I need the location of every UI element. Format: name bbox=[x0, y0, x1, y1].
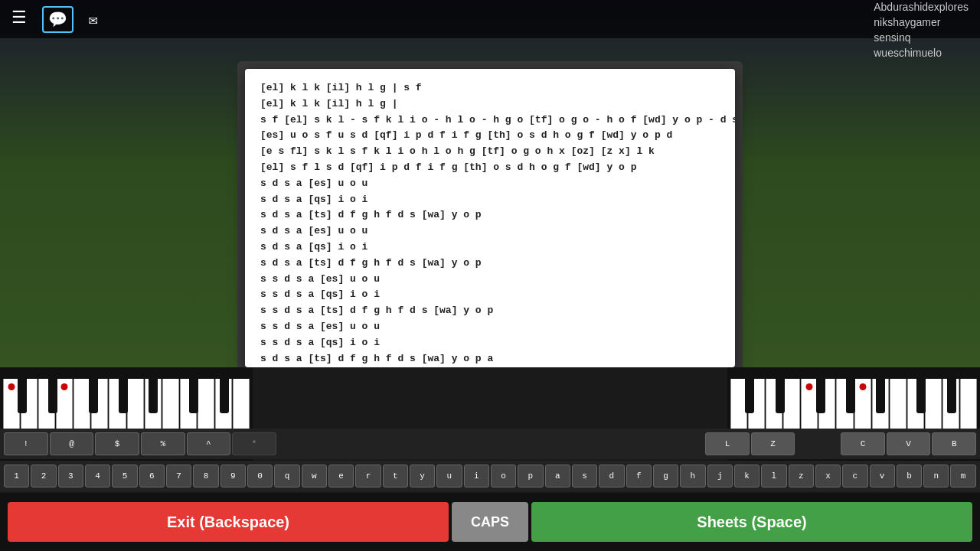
sheet-line: s d s a [es] u o u bbox=[260, 176, 720, 192]
topbar-right: wueschimuelo Abdurashidexplores nikshayg… bbox=[874, 0, 969, 38]
sheet-line: s d s a [ts] d f g h f d s [wa] y o p bbox=[260, 256, 720, 272]
sheet-line: [es] u o s f u s d [qf] i p d f i f g [t… bbox=[260, 128, 720, 144]
sheet-line: [el] k l k [il] h l g | bbox=[260, 96, 720, 112]
key-L[interactable]: L bbox=[705, 432, 750, 455]
key-B[interactable]: B bbox=[932, 432, 976, 455]
sheet-line: s s d s a [es] u o u bbox=[260, 272, 720, 288]
key-i[interactable]: i bbox=[464, 465, 489, 487]
key-m[interactable]: m bbox=[950, 465, 975, 487]
key-w[interactable]: w bbox=[302, 465, 327, 487]
key-f[interactable]: f bbox=[626, 465, 652, 487]
sheet-line: s s d s a [qs] i o i bbox=[260, 335, 720, 351]
sheet-line: [e s fl] s k l s f k l i o h l o h g [tf… bbox=[260, 144, 720, 160]
key-x[interactable]: x bbox=[815, 465, 841, 487]
sheets-button[interactable]: Sheets (Space) bbox=[531, 502, 972, 542]
key-h[interactable]: h bbox=[680, 465, 705, 487]
key-caret[interactable]: ^ bbox=[187, 432, 231, 455]
key-u[interactable]: u bbox=[436, 465, 462, 487]
sheet-line: [el] k l k [il] h l g | s f bbox=[260, 80, 720, 96]
key-o[interactable]: o bbox=[491, 465, 516, 487]
key-dollar[interactable]: $ bbox=[95, 432, 139, 455]
sheet-line: s f [el] s k l - s f k l i o - h l o - h… bbox=[260, 112, 720, 129]
key-6[interactable]: 6 bbox=[139, 465, 165, 487]
key-8[interactable]: 8 bbox=[193, 465, 218, 487]
action-buttons: Exit (Backspace) CAPS Sheets (Space) bbox=[0, 493, 980, 551]
topbar-left: ☰ 💬 ✉ bbox=[11, 6, 98, 33]
key-q[interactable]: q bbox=[274, 465, 299, 487]
sheet-line: [el] s f l s d [qf] i p d f i f g [th] o… bbox=[260, 160, 720, 176]
key-s[interactable]: s bbox=[572, 465, 597, 487]
caps-button[interactable]: CAPS bbox=[452, 502, 528, 542]
key-p[interactable]: p bbox=[518, 465, 543, 487]
key-at[interactable]: @ bbox=[50, 432, 94, 455]
key-3[interactable]: 3 bbox=[58, 465, 83, 487]
mail-icon[interactable]: ✉ bbox=[89, 10, 98, 29]
key-5[interactable]: 5 bbox=[112, 465, 137, 487]
key-r[interactable]: r bbox=[355, 465, 381, 487]
chat-icon[interactable]: 💬 bbox=[42, 6, 74, 33]
sheet-line: s d s a [qs] i o i bbox=[260, 192, 720, 208]
key-g[interactable]: g bbox=[653, 465, 678, 487]
key-j[interactable]: j bbox=[707, 465, 733, 487]
sheet-line: s s d s a [ts] d f g h f d s [wa] y o p bbox=[260, 303, 720, 319]
key-v[interactable]: v bbox=[870, 465, 895, 487]
key-e[interactable]: e bbox=[328, 465, 354, 487]
sheet-line: s s d s a [qs] i o i bbox=[260, 287, 720, 303]
key-asterisk[interactable]: * bbox=[232, 432, 276, 455]
hamburger-icon[interactable]: ☰ bbox=[11, 11, 27, 28]
key-C[interactable]: C bbox=[841, 432, 885, 455]
user-list-item[interactable]: nikshaygamer bbox=[874, 16, 969, 28]
key-t[interactable]: t bbox=[383, 465, 408, 487]
key-k[interactable]: k bbox=[734, 465, 760, 487]
key-V[interactable]: V bbox=[887, 432, 931, 455]
key-l[interactable]: l bbox=[761, 465, 786, 487]
key-2[interactable]: 2 bbox=[31, 465, 56, 487]
sheet-modal[interactable]: [el] k l k [il] h l g | s f[el] k l k [i… bbox=[245, 69, 735, 367]
key-Z[interactable]: Z bbox=[751, 432, 795, 455]
key-4[interactable]: 4 bbox=[85, 465, 110, 487]
key-9[interactable]: 9 bbox=[220, 465, 246, 487]
sheet-line: s d s a [ts] d f g h f d s [wa] y o p a bbox=[260, 351, 720, 367]
key-1[interactable]: 1 bbox=[4, 465, 29, 487]
key-a[interactable]: a bbox=[545, 465, 570, 487]
topbar: ☰ 💬 ✉ wueschimuelo Abdurashidexplores ni… bbox=[0, 0, 980, 38]
key-percent[interactable]: % bbox=[141, 432, 185, 455]
key-c[interactable]: c bbox=[842, 465, 867, 487]
sheet-line: s d s a [es] u o u bbox=[260, 223, 720, 240]
key-z[interactable]: z bbox=[789, 465, 814, 487]
key-exclaim[interactable]: ! bbox=[4, 432, 48, 455]
user-list-item[interactable]: Abdurashidexplores bbox=[874, 1, 969, 13]
exit-button[interactable]: Exit (Backspace) bbox=[8, 502, 449, 542]
key-0[interactable]: 0 bbox=[247, 465, 273, 487]
keyboard-area: ! @ $ % ^ * L Z C V B 1234567890qwertyui… bbox=[0, 367, 980, 551]
key-7[interactable]: 7 bbox=[166, 465, 191, 487]
sheet-line: s d s a [qs] i o i bbox=[260, 240, 720, 256]
key-d[interactable]: d bbox=[599, 465, 624, 487]
sheet-line: s s d s a [es] u o u bbox=[260, 319, 720, 335]
key-y[interactable]: y bbox=[410, 465, 435, 487]
letter-row: 1234567890qwertyuiopasdfghjklzxcvbnm bbox=[0, 461, 980, 491]
sheet-line: s d s a [ts] d f g h f d s [wa] y o p bbox=[260, 207, 720, 223]
symbol-row: ! @ $ % ^ * L Z C V B bbox=[0, 429, 980, 459]
user-list: Abdurashidexplores nikshaygamer sensinq … bbox=[874, 1, 969, 59]
user-list-item[interactable]: wueschimuelo bbox=[874, 47, 969, 59]
user-list-item[interactable]: sensinq bbox=[874, 31, 969, 44]
key-n[interactable]: n bbox=[923, 465, 949, 487]
key-b[interactable]: b bbox=[897, 465, 922, 487]
